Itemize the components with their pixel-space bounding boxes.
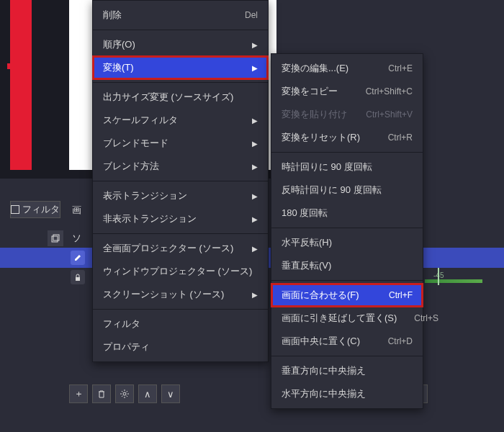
svg-point-3 <box>123 392 126 395</box>
edit-icon <box>73 253 82 262</box>
transform-submenu-item[interactable]: 変換の編集...(E)Ctrl+E <box>271 57 423 80</box>
context-menu-separator <box>93 233 268 234</box>
menu-item-label: 削除 <box>103 9 228 22</box>
context-menu-item[interactable]: ウィンドウプロジェクター (ソース) <box>93 260 268 283</box>
menu-item-shortcut: Ctrl+D <box>388 336 413 346</box>
context-menu-item[interactable]: 変換(T)▶ <box>93 56 268 79</box>
selected-source-bounds[interactable] <box>10 0 32 170</box>
transform-submenu-item[interactable]: 時計回りに 90 度回転 <box>271 156 423 179</box>
menu-item-label: 変換をリセット(R) <box>282 131 371 144</box>
context-menu-item[interactable]: 出力サイズ変更 (ソースサイズ) <box>93 86 268 109</box>
context-menu-item[interactable]: 順序(O)▶ <box>93 33 268 56</box>
submenu-arrow-icon: ▶ <box>252 140 258 148</box>
menu-item-shortcut: Ctrl+E <box>388 63 413 73</box>
menu-item-label: 時計回りに 90 度回転 <box>282 161 413 174</box>
svg-rect-2 <box>76 277 80 281</box>
menu-item-label: スクリーンショット (ソース) <box>103 288 235 301</box>
menu-item-label: ブレンドモード <box>103 137 235 150</box>
toggle-lock-button[interactable] <box>71 270 85 284</box>
remove-source-button[interactable] <box>92 384 111 403</box>
submenu-arrow-icon: ▶ <box>252 64 258 72</box>
menu-item-label: 180 度回転 <box>282 207 413 220</box>
context-menu-item[interactable]: 全画面プロジェクター (ソース)▶ <box>93 237 268 260</box>
source-properties-button[interactable] <box>115 384 134 403</box>
filters-button[interactable]: フィルタ <box>10 201 60 218</box>
transform-submenu-item[interactable]: 垂直反転(V) <box>271 254 423 277</box>
menu-item-shortcut: Ctrl+S <box>414 313 438 323</box>
source-context-menu: 削除Del順序(O)▶変換(T)▶出力サイズ変更 (ソースサイズ)スケールフィル… <box>92 0 269 362</box>
menu-item-label: 水平方向に中央揃え <box>282 387 413 400</box>
filter-icon <box>11 205 19 214</box>
menu-item-label: スケールフィルタ <box>103 114 235 127</box>
menu-item-label: 画面に合わせる(F) <box>282 289 372 302</box>
transform-submenu: 変換の編集...(E)Ctrl+E変換をコピーCtrl+Shift+C変換を貼り… <box>271 53 423 409</box>
resize-handle[interactable] <box>7 63 13 69</box>
menu-item-label: 非表示トランジション <box>103 212 235 225</box>
menu-item-label: 水平反転(H) <box>282 236 413 249</box>
transform-submenu-item[interactable]: 画面中央に置く(C)Ctrl+D <box>271 330 423 353</box>
transform-submenu-separator <box>271 152 423 153</box>
menu-item-label: ウィンドウプロジェクター (ソース) <box>103 265 258 278</box>
menu-item-label: 全画面プロジェクター (ソース) <box>103 242 235 255</box>
submenu-arrow-icon: ▶ <box>252 117 258 125</box>
submenu-arrow-icon: ▶ <box>252 215 258 223</box>
menu-item-label: プロパティ <box>103 341 258 354</box>
transform-submenu-item[interactable]: 変換をコピーCtrl+Shift+C <box>271 80 423 103</box>
context-menu-separator <box>93 309 268 310</box>
chevron-up-icon: ∧ <box>144 389 151 400</box>
add-source-button[interactable]: ＋ <box>69 384 88 403</box>
move-down-button[interactable]: ∨ <box>161 384 180 403</box>
plus-icon: ＋ <box>74 387 84 400</box>
context-menu-item[interactable]: ブレンドモード▶ <box>93 132 268 155</box>
transform-submenu-item[interactable]: 画面に引き延ばして置く(S)Ctrl+S <box>271 307 423 330</box>
context-menu-separator <box>93 82 268 83</box>
menu-item-label: 変換をコピー <box>282 85 348 98</box>
submenu-arrow-icon: ▶ <box>252 163 258 171</box>
submenu-arrow-icon: ▶ <box>252 41 258 49</box>
transform-submenu-item[interactable]: 180 度回転 <box>271 202 423 225</box>
context-menu-item[interactable]: 非表示トランジション▶ <box>93 207 268 230</box>
submenu-arrow-icon: ▶ <box>252 291 258 299</box>
context-menu-item[interactable]: 削除Del <box>93 4 268 27</box>
menu-item-label: 変換を貼り付け <box>282 108 348 121</box>
menu-item-label: 画面に引き延ばして置く(S) <box>282 312 397 325</box>
transform-submenu-separator <box>271 280 423 281</box>
context-menu-item[interactable]: ブレンド方法▶ <box>93 155 268 178</box>
chevron-down-icon: ∨ <box>167 389 174 400</box>
transform-submenu-separator <box>271 228 423 228</box>
context-menu-item[interactable]: スクリーンショット (ソース)▶ <box>93 283 268 306</box>
transform-submenu-item[interactable]: 水平反転(H) <box>271 231 423 254</box>
sources-label-cropped: ソ <box>72 232 81 245</box>
transform-submenu-item[interactable]: 変換をリセット(R)Ctrl+R <box>271 126 423 149</box>
trash-icon <box>96 389 107 399</box>
submenu-arrow-icon: ▶ <box>252 192 258 200</box>
menu-item-label: 反時計回りに 90 度回転 <box>282 184 413 197</box>
move-up-button[interactable]: ∧ <box>138 384 157 403</box>
cropped-label: 画 <box>72 204 81 217</box>
restore-icon <box>50 233 60 243</box>
context-menu-item[interactable]: 表示トランジション▶ <box>93 184 268 207</box>
transform-submenu-item[interactable]: 画面に合わせる(F)Ctrl+F <box>271 284 423 307</box>
transform-submenu-separator <box>271 356 423 356</box>
menu-item-label: 垂直方向に中央揃え <box>282 364 413 377</box>
context-menu-item[interactable]: フィルタ <box>93 312 268 336</box>
sources-toolbar: ＋ ∧ ∨ <box>69 384 180 403</box>
toggle-visibility-button[interactable] <box>71 251 85 265</box>
menu-item-label: 変換の編集...(E) <box>282 62 371 75</box>
audio-meter-peak <box>438 268 439 285</box>
context-menu-separator <box>93 181 268 181</box>
lock-icon <box>73 273 82 282</box>
menu-item-label: 垂直反転(V) <box>282 259 413 272</box>
transform-submenu-item: 変換を貼り付けCtrl+Shift+V <box>271 103 423 126</box>
context-menu-item[interactable]: スケールフィルタ▶ <box>93 109 268 132</box>
svg-rect-1 <box>53 235 59 240</box>
context-menu-item[interactable]: プロパティ <box>93 336 268 359</box>
transform-submenu-item[interactable]: 反時計回りに 90 度回転 <box>271 179 423 202</box>
menu-item-label: 出力サイズ変更 (ソースサイズ) <box>103 91 258 104</box>
submenu-arrow-icon: ▶ <box>252 245 258 253</box>
transform-submenu-item[interactable]: 垂直方向に中央揃え <box>271 359 423 382</box>
restore-panel-button[interactable] <box>48 230 63 246</box>
transform-submenu-item[interactable]: 水平方向に中央揃え <box>271 382 423 405</box>
menu-item-shortcut: Ctrl+Shift+C <box>366 86 413 96</box>
svg-rect-0 <box>52 236 58 242</box>
